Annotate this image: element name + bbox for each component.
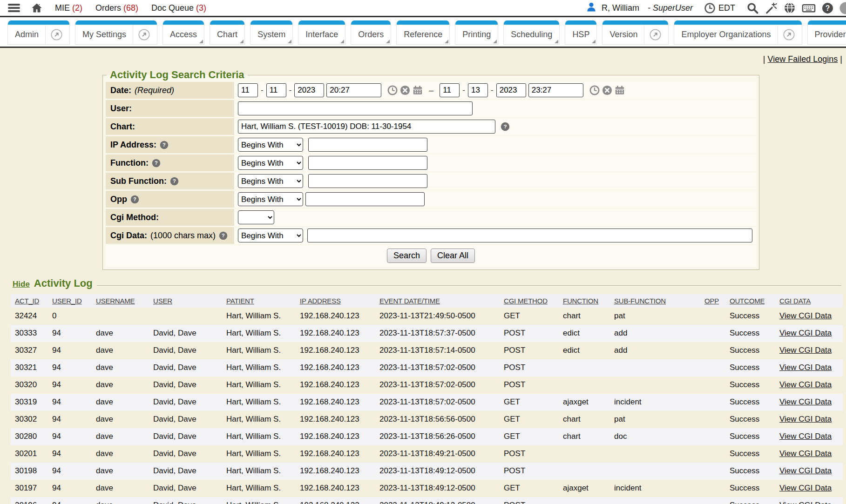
date-to-time-input[interactable] — [528, 83, 583, 97]
column-header[interactable]: OUTCOME — [730, 297, 765, 305]
date-to-year-input[interactable] — [496, 83, 526, 97]
cell-function: ajaxget — [563, 480, 614, 497]
tab-access[interactable]: Access — [162, 20, 204, 45]
tab-provider-management[interactable]: Provider Management — [807, 20, 846, 45]
tab-my-settings[interactable]: My Settings — [75, 20, 157, 45]
external-link-icon[interactable] — [133, 25, 150, 44]
cell-opp — [704, 394, 730, 411]
sub-function-input[interactable] — [308, 174, 427, 188]
column-header[interactable]: ACT_ID — [15, 297, 39, 305]
view-cgi-data-link[interactable]: View CGI Data — [779, 346, 832, 355]
column-header[interactable]: EVENT DATE/TIME — [379, 297, 440, 305]
cgi-data-match-select[interactable]: Begins With — [238, 228, 303, 242]
date-from-day-input[interactable] — [266, 83, 286, 97]
opp-match-select[interactable]: Begins With — [238, 192, 303, 206]
tab-version[interactable]: Version — [602, 20, 669, 45]
function-input[interactable] — [308, 156, 427, 170]
view-cgi-data-link[interactable]: View CGI Data — [779, 449, 832, 458]
column-header[interactable]: OPP — [704, 297, 719, 305]
date-from-year-input[interactable] — [294, 83, 324, 97]
time-picker-icon[interactable] — [589, 85, 600, 95]
wand-icon[interactable] — [765, 2, 778, 14]
avatar-circle[interactable] — [839, 2, 846, 14]
view-failed-logins-link[interactable]: View Failed Logins — [768, 54, 838, 64]
tab-reference[interactable]: Reference — [396, 20, 450, 45]
opp-input[interactable] — [305, 192, 425, 206]
cgi-method-select[interactable] — [238, 210, 274, 224]
column-header[interactable]: USER_ID — [52, 297, 82, 305]
column-header[interactable]: PATIENT — [226, 297, 254, 305]
menu-corner-icon — [493, 40, 497, 43]
view-cgi-data-link[interactable]: View CGI Data — [779, 363, 832, 372]
globe-icon[interactable] — [784, 2, 796, 14]
clear-date-icon[interactable] — [602, 85, 612, 95]
tab-employer-organizations[interactable]: Employer Organizations — [674, 20, 802, 45]
cell-user-id: 0 — [52, 308, 96, 325]
clear-date-icon[interactable] — [400, 85, 410, 95]
nav-orders[interactable]: Orders (68) — [95, 3, 138, 13]
user-input[interactable] — [238, 101, 473, 115]
external-link-icon[interactable] — [45, 25, 62, 44]
column-header[interactable]: SUB-FUNCTION — [614, 297, 666, 305]
function-match-select[interactable]: Begins With — [238, 156, 303, 170]
help-icon[interactable]: ? — [501, 122, 510, 131]
help-icon[interactable]: ? — [170, 177, 179, 186]
date-from-month-input[interactable] — [238, 83, 258, 97]
column-header[interactable]: FUNCTION — [563, 297, 598, 305]
tab-scheduling[interactable]: Scheduling — [503, 20, 560, 45]
date-to-month-input[interactable] — [440, 83, 460, 97]
calendar-icon[interactable] — [413, 85, 423, 95]
view-cgi-data-link[interactable]: View CGI Data — [779, 415, 832, 423]
help-icon[interactable]: ? — [130, 195, 139, 204]
calendar-icon[interactable] — [615, 85, 625, 95]
tab-orders[interactable]: Orders — [351, 20, 391, 45]
search-button[interactable]: Search — [387, 249, 426, 263]
tab-hsp[interactable]: HSP — [565, 20, 597, 45]
external-link-icon[interactable] — [644, 25, 661, 44]
date-from-time-input[interactable] — [326, 83, 381, 97]
view-cgi-data-link[interactable]: View CGI Data — [779, 432, 832, 441]
help-icon[interactable]: ? — [219, 231, 228, 240]
view-cgi-data-link[interactable]: View CGI Data — [779, 466, 832, 475]
tab-chart[interactable]: Chart — [210, 20, 245, 45]
cell-act-id: 30198 — [11, 463, 52, 480]
cell-user: David, Dave — [153, 463, 226, 480]
tab-interface[interactable]: Interface — [298, 20, 345, 45]
tab-admin[interactable]: Admin — [7, 20, 70, 45]
time-picker-icon[interactable] — [387, 85, 398, 95]
tab-printing[interactable]: Printing — [455, 20, 498, 45]
view-cgi-data-link[interactable]: View CGI Data — [779, 380, 832, 389]
ip-address-input[interactable] — [308, 138, 427, 152]
hide-link[interactable]: Hide — [13, 280, 30, 289]
form-row-cgi-method: Cgi Method: — [106, 209, 756, 226]
column-header[interactable]: USER — [153, 297, 172, 305]
view-cgi-data-link[interactable]: View CGI Data — [779, 329, 832, 337]
column-header[interactable]: IP ADDRESS — [300, 297, 341, 305]
nav-mie[interactable]: MIE (2) — [55, 3, 82, 13]
view-cgi-data-link[interactable]: View CGI Data — [779, 311, 832, 320]
chart-input[interactable] — [238, 120, 495, 134]
help-icon[interactable]: ? — [822, 2, 833, 14]
help-icon[interactable]: ? — [160, 141, 169, 149]
cgi-data-input[interactable] — [307, 228, 752, 242]
hamburger-menu-icon[interactable] — [7, 2, 20, 13]
column-header[interactable]: CGI DATA — [779, 297, 811, 305]
help-icon[interactable]: ? — [152, 159, 161, 168]
view-cgi-data-link[interactable]: View CGI Data — [779, 484, 832, 492]
search-icon[interactable] — [746, 2, 759, 14]
keyboard-icon[interactable] — [802, 2, 816, 14]
cell-username: dave — [96, 428, 153, 445]
view-cgi-data-link[interactable]: View CGI Data — [779, 397, 832, 406]
column-header[interactable]: USERNAME — [96, 297, 135, 305]
clear-all-button[interactable]: Clear All — [431, 249, 475, 263]
cell-cgi-data: View CGI Data — [779, 325, 843, 342]
sub-function-match-select[interactable]: Begins With — [238, 174, 303, 188]
nav-doc-queue[interactable]: Doc Queue (3) — [151, 3, 206, 13]
column-header[interactable]: CGI METHOD — [504, 297, 548, 305]
external-link-icon[interactable] — [778, 25, 795, 44]
date-to-day-input[interactable] — [468, 83, 488, 97]
view-cgi-data-link[interactable]: View CGI Data — [779, 501, 832, 504]
tab-system[interactable]: System — [250, 20, 293, 45]
ip-address-match-select[interactable]: Begins With — [238, 138, 303, 152]
home-icon[interactable] — [31, 2, 43, 13]
